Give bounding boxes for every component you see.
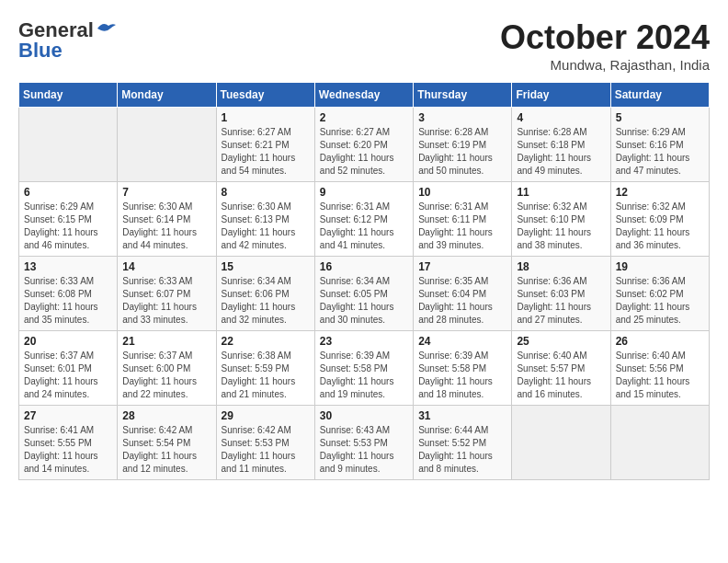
calendar-cell: 25Sunrise: 6:40 AM Sunset: 5:57 PM Dayli… (512, 331, 610, 406)
calendar-cell: 15Sunrise: 6:34 AM Sunset: 6:06 PM Dayli… (216, 257, 314, 331)
calendar-cell (118, 108, 216, 182)
day-number: 13 (24, 260, 112, 273)
day-number: 17 (418, 260, 506, 273)
day-number: 9 (320, 186, 408, 199)
cell-detail: Sunrise: 6:33 AM Sunset: 6:08 PM Dayligh… (24, 275, 112, 327)
cell-detail: Sunrise: 6:42 AM Sunset: 5:54 PM Dayligh… (122, 424, 210, 476)
day-number: 22 (222, 335, 310, 348)
calendar-table: SundayMondayTuesdayWednesdayThursdayFrid… (18, 82, 710, 480)
day-number: 19 (616, 260, 704, 273)
weekday-header-saturday: Saturday (610, 83, 709, 108)
cell-detail: Sunrise: 6:41 AM Sunset: 5:55 PM Dayligh… (24, 424, 112, 476)
cell-detail: Sunrise: 6:34 AM Sunset: 6:05 PM Dayligh… (320, 275, 408, 327)
calendar-cell: 31Sunrise: 6:44 AM Sunset: 5:52 PM Dayli… (414, 406, 512, 480)
cell-detail: Sunrise: 6:32 AM Sunset: 6:10 PM Dayligh… (517, 201, 605, 252)
cell-detail: Sunrise: 6:29 AM Sunset: 6:15 PM Dayligh… (24, 201, 112, 252)
day-number: 7 (122, 186, 210, 199)
calendar-cell: 23Sunrise: 6:39 AM Sunset: 5:58 PM Dayli… (314, 331, 413, 406)
cell-detail: Sunrise: 6:40 AM Sunset: 5:56 PM Dayligh… (616, 350, 704, 401)
calendar-cell: 24Sunrise: 6:39 AM Sunset: 5:58 PM Dayli… (414, 331, 512, 406)
cell-detail: Sunrise: 6:30 AM Sunset: 6:14 PM Dayligh… (122, 201, 210, 252)
day-number: 27 (24, 409, 112, 422)
day-number: 20 (24, 335, 112, 348)
cell-detail: Sunrise: 6:37 AM Sunset: 6:01 PM Dayligh… (24, 350, 112, 401)
calendar-cell: 13Sunrise: 6:33 AM Sunset: 6:08 PM Dayli… (19, 257, 118, 331)
cell-detail: Sunrise: 6:40 AM Sunset: 5:57 PM Dayligh… (517, 350, 605, 401)
day-number: 15 (222, 260, 310, 273)
day-number: 5 (616, 111, 704, 124)
day-number: 26 (616, 335, 704, 348)
title-block: October 2024 Mundwa, Rajasthan, India (500, 18, 710, 73)
day-number: 4 (517, 111, 605, 124)
calendar-cell: 18Sunrise: 6:36 AM Sunset: 6:03 PM Dayli… (512, 257, 610, 331)
cell-detail: Sunrise: 6:27 AM Sunset: 6:21 PM Dayligh… (222, 126, 310, 178)
calendar-cell: 17Sunrise: 6:35 AM Sunset: 6:04 PM Dayli… (414, 257, 512, 331)
day-number: 14 (122, 260, 210, 273)
weekday-header-friday: Friday (512, 83, 610, 108)
cell-detail: Sunrise: 6:37 AM Sunset: 6:00 PM Dayligh… (122, 350, 210, 401)
calendar-cell: 12Sunrise: 6:32 AM Sunset: 6:09 PM Dayli… (610, 182, 709, 257)
calendar-cell: 9Sunrise: 6:31 AM Sunset: 6:12 PM Daylig… (314, 182, 413, 257)
logo: General Blue (18, 18, 116, 63)
day-number: 29 (222, 409, 310, 422)
cell-detail: Sunrise: 6:28 AM Sunset: 6:19 PM Dayligh… (418, 126, 506, 178)
day-number: 12 (616, 186, 704, 199)
calendar-week-row: 27Sunrise: 6:41 AM Sunset: 5:55 PM Dayli… (19, 406, 710, 480)
calendar-week-row: 6Sunrise: 6:29 AM Sunset: 6:15 PM Daylig… (19, 182, 710, 257)
cell-detail: Sunrise: 6:35 AM Sunset: 6:04 PM Dayligh… (418, 275, 506, 327)
calendar-cell: 2Sunrise: 6:27 AM Sunset: 6:20 PM Daylig… (314, 108, 413, 182)
logo-bird-icon (96, 21, 116, 36)
calendar-cell: 27Sunrise: 6:41 AM Sunset: 5:55 PM Dayli… (19, 406, 118, 480)
calendar-cell: 6Sunrise: 6:29 AM Sunset: 6:15 PM Daylig… (19, 182, 118, 257)
calendar-cell: 4Sunrise: 6:28 AM Sunset: 6:18 PM Daylig… (512, 108, 610, 182)
calendar-cell: 8Sunrise: 6:30 AM Sunset: 6:13 PM Daylig… (216, 182, 314, 257)
weekday-header-sunday: Sunday (19, 83, 118, 108)
calendar-week-row: 20Sunrise: 6:37 AM Sunset: 6:01 PM Dayli… (19, 331, 710, 406)
day-number: 23 (320, 335, 408, 348)
calendar-cell: 29Sunrise: 6:42 AM Sunset: 5:53 PM Dayli… (216, 406, 314, 480)
calendar-week-row: 1Sunrise: 6:27 AM Sunset: 6:21 PM Daylig… (19, 108, 710, 182)
cell-detail: Sunrise: 6:32 AM Sunset: 6:09 PM Dayligh… (616, 201, 704, 252)
cell-detail: Sunrise: 6:31 AM Sunset: 6:11 PM Dayligh… (418, 201, 506, 252)
calendar-header-row: SundayMondayTuesdayWednesdayThursdayFrid… (19, 83, 710, 108)
cell-detail: Sunrise: 6:34 AM Sunset: 6:06 PM Dayligh… (222, 275, 310, 327)
day-number: 3 (418, 111, 506, 124)
calendar-cell: 14Sunrise: 6:33 AM Sunset: 6:07 PM Dayli… (118, 257, 216, 331)
calendar-cell (19, 108, 118, 182)
day-number: 21 (122, 335, 210, 348)
cell-detail: Sunrise: 6:44 AM Sunset: 5:52 PM Dayligh… (418, 424, 506, 476)
calendar-cell: 21Sunrise: 6:37 AM Sunset: 6:00 PM Dayli… (118, 331, 216, 406)
calendar-cell: 10Sunrise: 6:31 AM Sunset: 6:11 PM Dayli… (414, 182, 512, 257)
calendar-cell: 3Sunrise: 6:28 AM Sunset: 6:19 PM Daylig… (414, 108, 512, 182)
day-number: 8 (222, 186, 310, 199)
day-number: 1 (222, 111, 310, 124)
day-number: 25 (517, 335, 605, 348)
cell-detail: Sunrise: 6:38 AM Sunset: 5:59 PM Dayligh… (222, 350, 310, 401)
calendar-cell: 1Sunrise: 6:27 AM Sunset: 6:21 PM Daylig… (216, 108, 314, 182)
cell-detail: Sunrise: 6:39 AM Sunset: 5:58 PM Dayligh… (418, 350, 506, 401)
cell-detail: Sunrise: 6:42 AM Sunset: 5:53 PM Dayligh… (222, 424, 310, 476)
calendar-cell (512, 406, 610, 480)
weekday-header-monday: Monday (118, 83, 216, 108)
day-number: 11 (517, 186, 605, 199)
weekday-header-thursday: Thursday (414, 83, 512, 108)
calendar-cell: 26Sunrise: 6:40 AM Sunset: 5:56 PM Dayli… (610, 331, 709, 406)
calendar-cell: 20Sunrise: 6:37 AM Sunset: 6:01 PM Dayli… (19, 331, 118, 406)
cell-detail: Sunrise: 6:33 AM Sunset: 6:07 PM Dayligh… (122, 275, 210, 327)
calendar-cell: 16Sunrise: 6:34 AM Sunset: 6:05 PM Dayli… (314, 257, 413, 331)
logo-blue: Blue (18, 39, 63, 63)
calendar-cell (610, 406, 709, 480)
calendar-cell: 22Sunrise: 6:38 AM Sunset: 5:59 PM Dayli… (216, 331, 314, 406)
cell-detail: Sunrise: 6:36 AM Sunset: 6:02 PM Dayligh… (616, 275, 704, 327)
cell-detail: Sunrise: 6:27 AM Sunset: 6:20 PM Dayligh… (320, 126, 408, 178)
calendar-cell: 19Sunrise: 6:36 AM Sunset: 6:02 PM Dayli… (610, 257, 709, 331)
cell-detail: Sunrise: 6:31 AM Sunset: 6:12 PM Dayligh… (320, 201, 408, 252)
day-number: 6 (24, 186, 112, 199)
calendar-cell: 5Sunrise: 6:29 AM Sunset: 6:16 PM Daylig… (610, 108, 709, 182)
weekday-header-tuesday: Tuesday (216, 83, 314, 108)
day-number: 28 (122, 409, 210, 422)
day-number: 10 (418, 186, 506, 199)
cell-detail: Sunrise: 6:36 AM Sunset: 6:03 PM Dayligh… (517, 275, 605, 327)
day-number: 24 (418, 335, 506, 348)
cell-detail: Sunrise: 6:43 AM Sunset: 5:53 PM Dayligh… (320, 424, 408, 476)
